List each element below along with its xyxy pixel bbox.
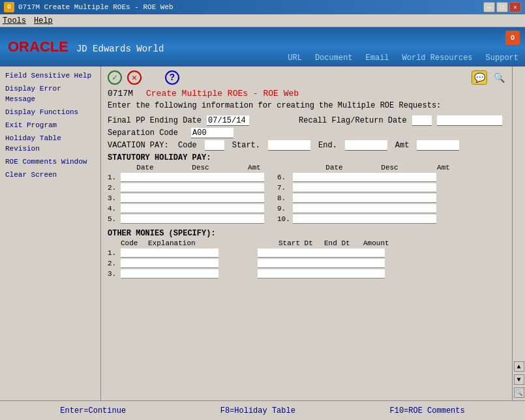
om-expl-2[interactable]	[140, 259, 218, 268]
holiday-date-5[interactable]	[121, 215, 163, 224]
holiday-date-2[interactable]	[121, 183, 163, 192]
vacation-pay-row: VACATION PAY: Code Start. End. Amt	[108, 140, 505, 151]
sep-code-input[interactable]	[191, 128, 233, 138]
row-num-1: 1.	[108, 173, 121, 181]
holiday-table-header: Date Desc Amt Date Desc Amt	[121, 164, 505, 172]
sidebar-item-exit-program[interactable]: Exit Program	[0, 119, 100, 132]
row-num-10: 10.	[277, 215, 293, 223]
om-end-1[interactable]	[300, 248, 336, 258]
holiday-desc-4[interactable]	[163, 204, 222, 213]
sidebar: Field Sensitive Help Display Error Messa…	[0, 67, 101, 400]
holiday-desc-9[interactable]	[335, 204, 394, 213]
holiday-amt-6[interactable]	[394, 173, 436, 182]
nav-email[interactable]: Email	[366, 53, 389, 63]
sidebar-item-display-error-message[interactable]: Display Error Message	[0, 82, 100, 106]
holiday-desc-3[interactable]	[163, 194, 222, 203]
scroll-down-button[interactable]: ▼	[514, 374, 524, 385]
holiday-date-9[interactable]	[293, 204, 335, 213]
om-amt-2[interactable]	[336, 259, 385, 268]
sidebar-item-display-functions[interactable]: Display Functions	[0, 106, 100, 119]
menu-bar: Tools Help	[0, 14, 525, 27]
nav-document[interactable]: Document	[315, 53, 353, 63]
sidebar-item-field-sensitive-help[interactable]: Field Sensitive Help	[0, 69, 100, 82]
row-num-5: 5.	[108, 215, 121, 223]
zoom-button[interactable]: 🔍	[514, 387, 524, 398]
row-num-4: 4.	[108, 205, 121, 213]
vacation-code-input[interactable]	[205, 140, 224, 151]
form-instruction: Enter the following information for crea…	[108, 101, 505, 110]
menu-help[interactable]: Help	[34, 16, 53, 25]
holiday-row-5: 5.	[108, 215, 264, 224]
holiday-desc-2[interactable]	[163, 183, 222, 192]
holiday-date-4[interactable]	[121, 204, 163, 213]
scroll-up-button[interactable]: ▲	[514, 361, 524, 372]
om-code-1[interactable]	[121, 248, 140, 258]
nav-world-resources[interactable]: World Resources	[402, 53, 473, 63]
cancel-button[interactable]: ✕	[127, 70, 142, 85]
search-icon[interactable]: 🔍	[492, 71, 505, 84]
holiday-date-6[interactable]	[293, 173, 335, 182]
recall-flag-input[interactable]	[412, 115, 432, 126]
holiday-desc-6[interactable]	[335, 173, 394, 182]
om-end-3[interactable]	[300, 269, 336, 278]
om-start-3[interactable]	[258, 269, 300, 278]
help-button[interactable]: ?	[165, 70, 179, 85]
holiday-desc-10[interactable]	[335, 215, 394, 224]
other-monies-section: OTHER MONIES (SPECIFY): Code Explanation…	[108, 229, 505, 278]
om-expl-3[interactable]	[140, 269, 218, 278]
start-dt-col-header: Start Dt	[278, 239, 324, 247]
end-dt-col-header: End Dt	[324, 239, 363, 247]
chat-icon[interactable]: 💬	[472, 70, 487, 85]
desc-col-header-2: Desc	[359, 164, 421, 172]
om-amt-1[interactable]	[336, 248, 385, 258]
holiday-amt-2[interactable]	[222, 183, 264, 192]
minimize-button[interactable]: —	[483, 2, 495, 12]
return-date-input[interactable]	[437, 115, 502, 126]
om-start-1[interactable]	[258, 248, 300, 258]
sidebar-item-holiday-table-revision[interactable]: Holiday Table Revision	[0, 132, 100, 155]
holiday-amt-7[interactable]	[394, 183, 436, 192]
om-code-3[interactable]	[121, 269, 140, 278]
holiday-amt-8[interactable]	[394, 194, 436, 203]
holiday-desc-5[interactable]	[163, 215, 222, 224]
holiday-amt-9[interactable]	[394, 204, 436, 213]
oracle-logo-text: ORACLE	[8, 38, 68, 55]
sidebar-item-roe-comments-window[interactable]: ROE Comments Window	[0, 155, 100, 168]
om-amt-3[interactable]	[336, 269, 385, 278]
final-pp-input[interactable]	[207, 115, 249, 126]
nav-url[interactable]: URL	[288, 53, 302, 63]
holiday-amt-3[interactable]	[222, 194, 264, 203]
holiday-amt-10[interactable]	[394, 215, 436, 224]
holiday-date-10[interactable]	[293, 215, 335, 224]
recall-label: Recall Flag/Return Date	[299, 116, 407, 125]
vacation-start-input[interactable]	[268, 140, 310, 151]
holiday-date-7[interactable]	[293, 183, 335, 192]
other-monies-row-3: 3.	[108, 269, 505, 278]
om-end-2[interactable]	[300, 259, 336, 268]
holiday-desc-8[interactable]	[335, 194, 394, 203]
holiday-desc-7[interactable]	[335, 183, 394, 192]
om-code-2[interactable]	[121, 259, 140, 268]
date-col-header-2: Date	[310, 164, 359, 172]
holiday-date-8[interactable]	[293, 194, 335, 203]
maximize-button[interactable]: □	[496, 2, 508, 12]
vacation-end-input[interactable]	[345, 140, 387, 151]
confirm-button[interactable]: ✓	[108, 70, 122, 85]
holiday-desc-1[interactable]	[163, 173, 222, 182]
sidebar-item-clear-screen[interactable]: Clear Screen	[0, 168, 100, 181]
menu-tools[interactable]: Tools	[3, 16, 26, 25]
nav-support[interactable]: Support	[486, 53, 518, 63]
om-expl-1[interactable]	[140, 248, 218, 258]
om-start-2[interactable]	[258, 259, 300, 268]
holiday-amt-5[interactable]	[222, 215, 264, 224]
vacation-amt-input[interactable]	[417, 140, 459, 151]
holiday-amt-4[interactable]	[222, 204, 264, 213]
holiday-row-8: 8.	[277, 194, 436, 203]
holiday-amt-1[interactable]	[222, 173, 264, 182]
holiday-rows-right: 6. 7. 8.	[277, 173, 436, 225]
holiday-date-3[interactable]	[121, 194, 163, 203]
holiday-date-1[interactable]	[121, 173, 163, 182]
close-button[interactable]: ✕	[509, 2, 521, 12]
holiday-row-9: 9.	[277, 204, 436, 213]
amount-col-header: Amount	[363, 239, 415, 247]
